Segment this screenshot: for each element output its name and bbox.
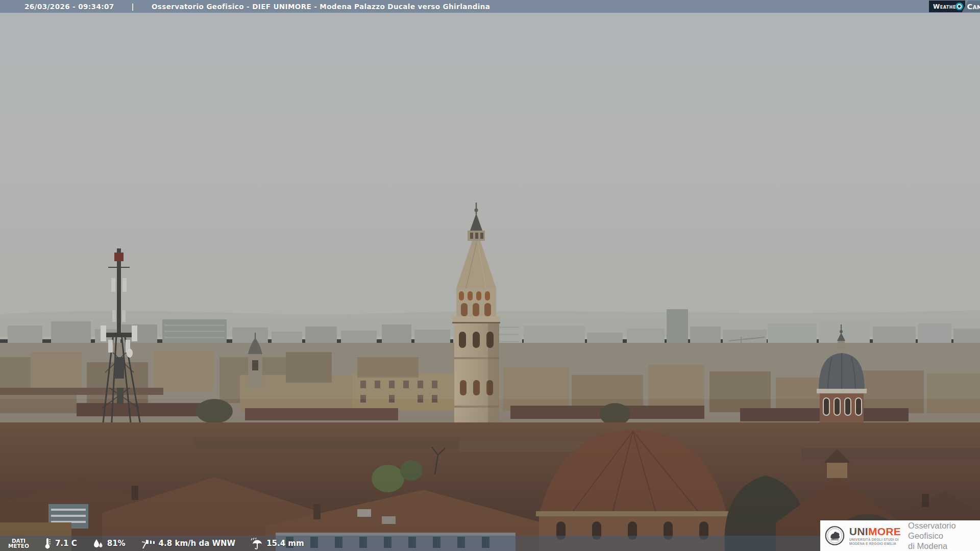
wind-value: 4.8 km/h da WNW	[159, 539, 236, 548]
temperature-value: 7.1 C	[55, 539, 77, 548]
unimore-seal-icon	[825, 524, 845, 547]
windsock-icon	[141, 538, 155, 549]
unimore-observatory-badge[interactable]: UNIMORE UNIVERSITÀ DEGLI STUDI DI MODENA…	[820, 520, 980, 551]
humidity-drops-icon	[92, 538, 104, 549]
unimore-wordmark: UNIMORE	[849, 526, 901, 537]
humidity-reading: 81%	[92, 538, 126, 549]
thermometer-icon	[43, 537, 52, 549]
camera-lens-icon	[955, 3, 963, 10]
camera-title: Osservatorio Geofisico - DIEF UNIMORE - …	[152, 3, 490, 11]
top-overlay-bar: 26/03/2026 - 09:34:07 | Osservatorio Geo…	[0, 0, 980, 13]
rain-umbrella-icon	[251, 537, 263, 549]
webcam-scene	[0, 0, 980, 551]
rain-reading: 15.4 mm	[251, 537, 304, 549]
wind-reading: 4.8 km/h da WNW	[141, 538, 236, 549]
humidity-value: 81%	[107, 539, 126, 548]
rain-value: 15.4 mm	[266, 539, 304, 548]
temperature-reading: 7.1 C	[43, 537, 77, 549]
meteo-data-label: DATI METEO	[8, 538, 29, 548]
separator: |	[132, 3, 134, 11]
observatory-name: Osservatorio Geofisico di Modena	[908, 520, 980, 551]
webcam-page: 26/03/2026 - 09:34:07 | Osservatorio Geo…	[0, 0, 980, 551]
weathercam-logo[interactable]: Weather Cam	[929, 1, 980, 12]
unimore-subtitle: UNIVERSITÀ DEGLI STUDI DI MODENA E REGGI…	[849, 538, 901, 545]
timestamp: 26/03/2026 - 09:34:07	[24, 3, 114, 11]
